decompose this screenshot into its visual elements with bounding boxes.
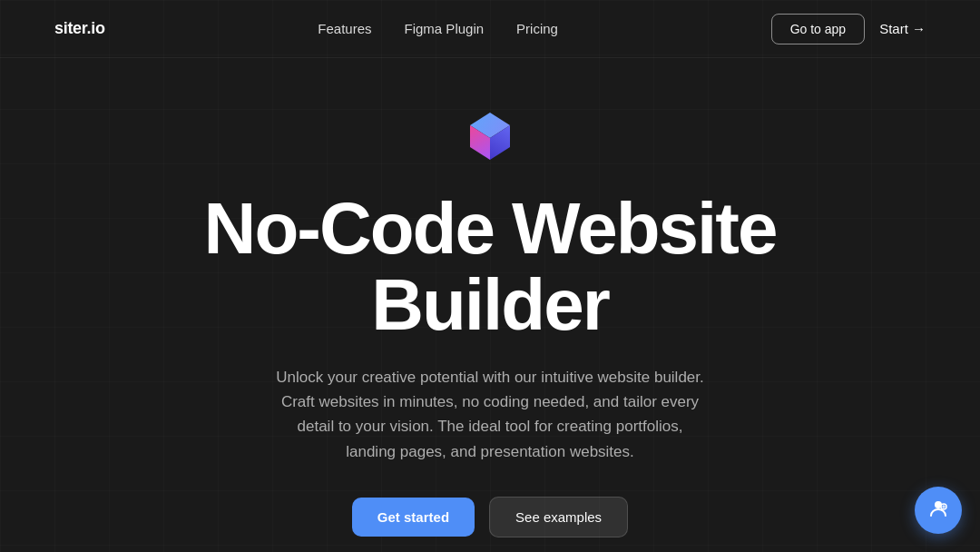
chat-icon: [927, 498, 949, 523]
nav-link-pricing[interactable]: Pricing: [516, 21, 558, 36]
nav-link-figma-plugin[interactable]: Figma Plugin: [405, 21, 485, 36]
nav-link-features[interactable]: Features: [318, 21, 371, 36]
get-started-button[interactable]: Get started: [352, 498, 475, 537]
nav-actions: Go to app Start →: [771, 14, 926, 44]
hero-subtitle: Unlock your creative potential with our …: [272, 365, 708, 464]
see-examples-button[interactable]: See examples: [489, 497, 628, 537]
nav-logo[interactable]: siter.io: [54, 19, 105, 38]
navbar: siter.io Features Figma Plugin Pricing G…: [0, 0, 980, 58]
hero-section: No-Code Website Builder Unlock your crea…: [0, 58, 980, 537]
go-to-app-button[interactable]: Go to app: [771, 14, 866, 44]
nav-links: Features Figma Plugin Pricing: [318, 21, 558, 36]
hero-cta-buttons: Get started See examples: [352, 497, 628, 537]
hero-title: No-Code Website Builder: [204, 191, 777, 343]
start-button[interactable]: Start →: [879, 21, 926, 36]
hero-logo-icon: [457, 104, 523, 169]
chat-widget-button[interactable]: [915, 487, 962, 534]
